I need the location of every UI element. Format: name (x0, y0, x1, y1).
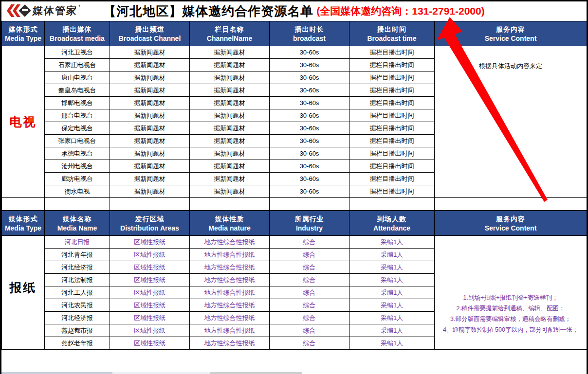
empty-cell (110, 198, 190, 211)
tv-program-cell: 据新闻题材 (190, 46, 270, 59)
paper-area-cell: 区域性报纸 (110, 299, 190, 312)
title-bar: 媒体管家’ 【河北地区】媒体邀约合作资源名单 (全国媒体邀约咨询：131-279… (1, 1, 587, 21)
paper-area-cell: 区域性报纸 (110, 337, 190, 350)
tv-program-cell: 据新闻题材 (190, 147, 270, 160)
tv-channel-cell: 据新闻题材 (110, 122, 190, 135)
logo-text: 媒体管家 (32, 4, 78, 18)
tv-media-cell: 衡水电视 (45, 185, 110, 198)
tv-header-channel-name: 栏目名称ChannelName (190, 21, 270, 46)
tv-program-cell: 据新闻题材 (190, 59, 270, 71)
tv-time-cell: 据栏目播出时间 (349, 147, 435, 160)
paper-area-cell: 区域性报纸 (110, 324, 190, 337)
paper-nature-cell: 地方性综合性报纸 (190, 261, 270, 274)
tv-duration-cell: 30-60s (270, 185, 349, 198)
tv-media-cell: 承德电视台 (45, 147, 110, 160)
service-line: 2.稿件需要提前给到通稿、编辑、配图； (436, 303, 586, 314)
tv-duration-cell: 30-60s (270, 109, 349, 122)
tv-time-cell: 据栏目播出时间 (349, 135, 435, 147)
paper-header-nature: 媒体性质Media nature (190, 211, 270, 236)
paper-attendance-cell: 采编1人 (349, 312, 435, 324)
table-row: 报纸 河北日报 区域性报纸 地方性综合性报纸 综合 采编1人 1.到场+拍照+报… (2, 236, 587, 249)
tv-channel-cell: 据新闻题材 (110, 135, 190, 147)
strip-segment (210, 372, 302, 374)
tv-service-content: 根据具体活动内容来定 (435, 46, 587, 198)
tv-program-cell: 据新闻题材 (190, 135, 270, 147)
strip-segment (302, 372, 587, 374)
paper-industry-cell: 综合 (270, 286, 349, 299)
paper-attendance-cell: 采编1人 (349, 337, 435, 350)
paper-attendance-cell: 采编1人 (349, 236, 435, 249)
tv-media-cell: 廊坊电视台 (45, 173, 110, 185)
tv-duration-cell: 30-60s (270, 135, 349, 147)
tv-section-label: 电视 (2, 46, 45, 198)
tv-duration-cell: 30-60s (270, 59, 349, 71)
paper-nature-cell: 地方性综合性报纸 (190, 274, 270, 286)
strip-segment (1, 372, 112, 374)
tv-duration-cell: 30-60s (270, 173, 349, 185)
paper-attendance-cell: 采编1人 (349, 249, 435, 261)
tv-header-row: 媒体形式Media Type 播出媒体Broadcast media 播出频道B… (2, 21, 587, 46)
tv-channel-cell: 据新闻题材 (110, 185, 190, 198)
service-line: 4、通稿字数控制在500字以内，部分可配图一张； (436, 324, 586, 335)
paper-nature-cell: 地方性综合性报纸 (190, 249, 270, 261)
tv-duration-cell: 30-60s (270, 160, 349, 173)
empty-cell (190, 198, 270, 211)
paper-industry-cell: 综合 (270, 261, 349, 274)
paper-name-cell: 燕赵都市报 (45, 324, 110, 337)
paper-header-media-name: 媒体名称Media Name (45, 211, 110, 236)
paper-industry-cell: 综合 (270, 236, 349, 249)
paper-name-cell: 河北工人报 (45, 286, 110, 299)
table-row: 电视 河北卫视台 据新闻题材 据新闻题材 30-60s 据栏目播出时间 根据具体… (2, 46, 587, 59)
tv-header-broadcast-media: 播出媒体Broadcast media (45, 21, 110, 46)
tv-header-time: 播出时间Broadcast time (349, 21, 435, 46)
tv-time-cell: 据栏目播出时间 (349, 109, 435, 122)
paper-industry-cell: 综合 (270, 274, 349, 286)
tv-channel-cell: 据新闻题材 (110, 97, 190, 109)
empty-cell (270, 198, 349, 211)
tv-program-cell: 据新闻题材 (190, 185, 270, 198)
paper-area-cell: 区域性报纸 (110, 249, 190, 261)
tv-media-cell: 邯郸电视台 (45, 97, 110, 109)
paper-area-cell: 区域性报纸 (110, 286, 190, 299)
paper-service-content: 1.到场+拍照+报纸刊登+寄送样刊； 2.稿件需要提前给到通稿、编辑、配图； 3… (435, 236, 587, 350)
tv-header-duration: 播出时长broadcast (270, 21, 349, 46)
paper-attendance-cell: 采编1人 (349, 261, 435, 274)
paper-area-cell: 区域性报纸 (110, 312, 190, 324)
empty-cell (349, 198, 435, 211)
empty-cell (45, 198, 110, 211)
paper-name-cell: 燕赵老年报 (45, 337, 110, 350)
paper-section-label: 报纸 (2, 236, 45, 350)
paper-header-service: 服务内容Service Content (435, 211, 587, 236)
paper-attendance-cell: 采编1人 (349, 324, 435, 337)
paper-header-attendance: 到场人数Attendance (349, 211, 435, 236)
tv-media-cell: 河北卫视台 (45, 46, 110, 59)
paper-nature-cell: 地方性综合性报纸 (190, 312, 270, 324)
tv-duration-cell: 30-60s (270, 71, 349, 84)
paper-industry-cell: 综合 (270, 312, 349, 324)
paper-name-cell: 河北农民报 (45, 299, 110, 312)
tv-time-cell: 据栏目播出时间 (349, 160, 435, 173)
tv-duration-cell: 30-60s (270, 84, 349, 97)
logo-chevrons-icon (5, 3, 31, 18)
empty-cell (435, 198, 587, 211)
tv-duration-cell: 30-60s (270, 46, 349, 59)
tv-time-cell: 据栏目播出时间 (349, 185, 435, 198)
paper-industry-cell: 综合 (270, 299, 349, 312)
tv-time-cell: 据栏目播出时间 (349, 59, 435, 71)
paper-industry-cell: 综合 (270, 324, 349, 337)
brand-logo: 媒体管家’ (5, 3, 80, 18)
tv-time-cell: 据栏目播出时间 (349, 46, 435, 59)
tv-program-cell: 据新闻题材 (190, 109, 270, 122)
strip-segment (112, 372, 210, 374)
tv-media-cell: 张家口电视台 (45, 135, 110, 147)
paper-name-cell: 河北经济报 (45, 261, 110, 274)
tv-program-cell: 据新闻题材 (190, 173, 270, 185)
service-line: 3.部分版面需要编辑审核，通稿会略有删减； (436, 314, 586, 324)
empty-cell (2, 198, 45, 211)
paper-industry-cell: 综合 (270, 337, 349, 350)
paper-attendance-cell: 采编1人 (349, 274, 435, 286)
paper-name-cell: 河北日报 (45, 236, 110, 249)
paper-nature-cell: 地方性综合性报纸 (190, 299, 270, 312)
paper-nature-cell: 地方性综合性报纸 (190, 286, 270, 299)
tv-channel-cell: 据新闻题材 (110, 71, 190, 84)
